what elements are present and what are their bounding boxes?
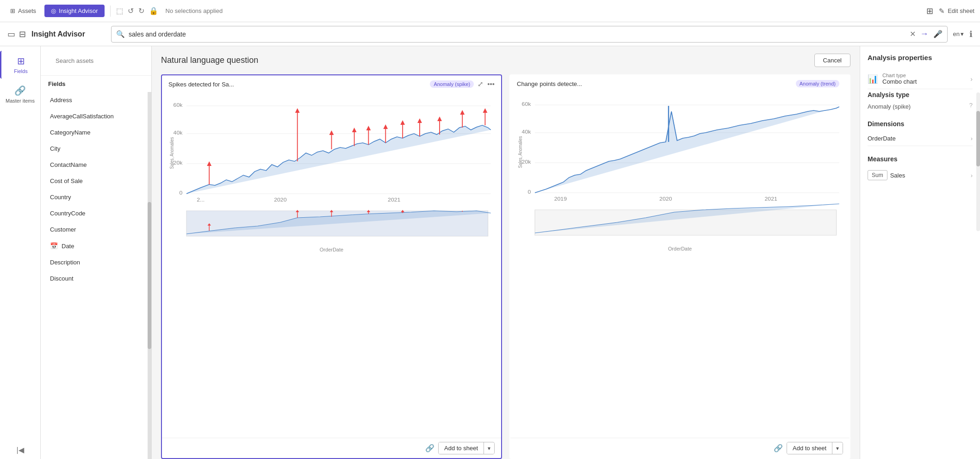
- field-label-categoryname: CategoryName: [50, 129, 90, 136]
- svg-marker-18: [366, 126, 371, 130]
- chart-1-actions: ⤢ •••: [478, 80, 495, 88]
- insight-icon: ◎: [51, 7, 56, 14]
- layout-icon[interactable]: ⊞: [926, 6, 933, 16]
- sidebar-item-master-items[interactable]: 🔗 Master items: [0, 80, 40, 108]
- field-item-countrycode[interactable]: CountryCode: [41, 205, 148, 221]
- main-layout: ⊞ Fields 🔗 Master items |◀ Fields Addres…: [0, 46, 980, 459]
- chart-1-add-to-sheet-dropdown-icon[interactable]: ▾: [484, 443, 494, 454]
- sidebar-master-items-label: Master items: [6, 98, 35, 104]
- content-header: Natural language question Cancel: [152, 46, 860, 74]
- fields-search-area: [41, 46, 151, 76]
- chart-1-add-to-sheet-button[interactable]: Add to sheet ▾: [438, 442, 495, 454]
- chart-1-link-icon[interactable]: 🔗: [425, 444, 434, 453]
- chart-1-add-to-sheet-label: Add to sheet: [439, 442, 484, 454]
- field-item-averagecallsatisfaction[interactable]: AverageCallSatisfaction: [41, 108, 148, 124]
- svg-text:0: 0: [180, 190, 183, 196]
- dimensions-section: Dimensions OrderDate ›: [868, 120, 973, 146]
- insight-nav-label: Insight Advisor: [59, 7, 98, 14]
- chart-2-add-to-sheet-button[interactable]: Add to sheet ▾: [787, 442, 843, 454]
- field-label-customer: Customer: [50, 226, 76, 233]
- field-label-date: Date: [62, 243, 74, 250]
- content-area: Natural language question Cancel Spikes …: [152, 46, 860, 459]
- chart-1-body: 60k 40k 20k 0 Sales, Anomalies: [162, 93, 501, 438]
- calendar-icon: 📅: [50, 242, 58, 250]
- svg-marker-24: [417, 118, 422, 123]
- info-icon[interactable]: ℹ: [969, 29, 973, 39]
- charts-grid: Spikes detected for Sa... Anomaly (spike…: [152, 74, 860, 459]
- chart-type-icon: 📊: [868, 74, 878, 84]
- cancel-button[interactable]: Cancel: [814, 54, 850, 67]
- field-item-customer[interactable]: Customer: [41, 221, 148, 238]
- language-selector[interactable]: en ▾: [953, 31, 964, 37]
- chart-2-add-to-sheet-dropdown-icon[interactable]: ▾: [832, 443, 843, 454]
- field-label-costofsale: Cost of Sale: [50, 177, 83, 184]
- dimension-orderdate-label: OrderDate: [868, 135, 896, 142]
- no-selections-label: No selections applied: [166, 7, 223, 14]
- analysis-type-help-icon[interactable]: ?: [969, 102, 973, 109]
- analysis-type-title: Analysis type: [868, 91, 973, 98]
- field-item-description[interactable]: Description: [41, 254, 148, 270]
- field-item-date[interactable]: 📅 Date: [41, 238, 148, 254]
- right-panel-scrollbar[interactable]: [976, 92, 980, 231]
- sidebar-item-fields[interactable]: ⊞ Fields: [0, 51, 40, 79]
- svg-marker-12: [295, 108, 300, 113]
- lang-label: en: [953, 31, 960, 37]
- chart-2-link-icon[interactable]: 🔗: [774, 444, 783, 453]
- field-item-city[interactable]: City: [41, 141, 148, 157]
- svg-text:2...: 2...: [197, 197, 205, 202]
- svg-text:40k: 40k: [522, 129, 531, 135]
- dimension-orderdate-row[interactable]: OrderDate ›: [868, 131, 973, 146]
- dimensions-title: Dimensions: [868, 120, 973, 128]
- chart-type-row[interactable]: 📊 Chart type Combo chart ›: [868, 69, 973, 89]
- forward-icon[interactable]: ↻: [138, 6, 144, 15]
- svg-text:40k: 40k: [174, 130, 183, 135]
- chart-2-svg: 60k 40k 20k 0 Sales, Anomalies: [515, 92, 845, 249]
- fields-search-input[interactable]: [48, 52, 144, 70]
- field-item-country[interactable]: Country: [41, 189, 148, 205]
- edit-icon: ✎: [939, 7, 945, 15]
- panel-toggle: ▭ ⊟: [7, 29, 26, 39]
- fields-scrollbar[interactable]: [148, 92, 151, 459]
- field-label-contactname: ContactName: [50, 161, 87, 168]
- chart-1-header: Spikes detected for Sa... Anomaly (spike…: [162, 75, 501, 93]
- chart-2-add-to-sheet-label: Add to sheet: [787, 442, 832, 454]
- edit-sheet-button[interactable]: ✎ Edit sheet: [939, 7, 974, 15]
- more-options-icon[interactable]: •••: [487, 80, 495, 88]
- assets-nav-item[interactable]: ⊞ Assets: [6, 6, 41, 16]
- toggle-single-panel-icon[interactable]: ▭: [7, 29, 15, 39]
- field-item-address[interactable]: Address: [41, 92, 148, 108]
- lock-icon[interactable]: 🔒: [149, 6, 158, 15]
- chart-1-badge: Anomaly (spike): [430, 80, 474, 88]
- toggle-dual-panel-icon[interactable]: ⊟: [19, 29, 26, 39]
- chart-card-2: Change points detecte... Anomaly (trend)…: [509, 74, 850, 459]
- svg-text:20k: 20k: [522, 159, 531, 165]
- chart-type-chevron-icon: ›: [970, 75, 973, 83]
- measures-section: Measures Sum Sales ›: [868, 155, 973, 184]
- grid-icon: ⊞: [10, 7, 15, 14]
- svg-marker-28: [460, 110, 465, 115]
- collapse-icon: |◀: [16, 446, 24, 454]
- field-label-description: Description: [50, 259, 80, 266]
- select-icon[interactable]: ⬚: [116, 6, 123, 15]
- svg-text:20k: 20k: [174, 160, 183, 165]
- insight-advisor-nav-item[interactable]: ◎ Insight Advisor: [44, 5, 105, 17]
- field-item-discount[interactable]: Discount: [41, 270, 148, 287]
- insight-advisor-title: Insight Advisor: [31, 30, 105, 38]
- voice-icon[interactable]: 🎤: [933, 30, 943, 38]
- svg-marker-26: [437, 116, 442, 121]
- svg-text:60k: 60k: [174, 103, 183, 108]
- field-item-costofsale[interactable]: Cost of Sale: [41, 173, 148, 189]
- expand-icon[interactable]: ⤢: [478, 80, 484, 88]
- analysis-type-value: Anomaly (spike): [868, 102, 973, 111]
- clear-search-icon[interactable]: ✕: [910, 30, 916, 38]
- back-icon[interactable]: ↺: [128, 6, 134, 15]
- measure-sales-row[interactable]: Sum Sales ›: [868, 166, 973, 184]
- field-item-contactname[interactable]: ContactName: [41, 157, 148, 173]
- chart-card-1: Spikes detected for Sa... Anomaly (spike…: [161, 74, 502, 459]
- search-input[interactable]: [129, 31, 906, 38]
- sidebar-collapse-button[interactable]: |◀: [12, 441, 28, 459]
- search-submit-icon[interactable]: →: [920, 29, 929, 39]
- field-label-city: City: [50, 145, 60, 152]
- field-item-categoryname[interactable]: CategoryName: [41, 124, 148, 141]
- chart-2-footer: 🔗 Add to sheet ▾: [510, 438, 850, 458]
